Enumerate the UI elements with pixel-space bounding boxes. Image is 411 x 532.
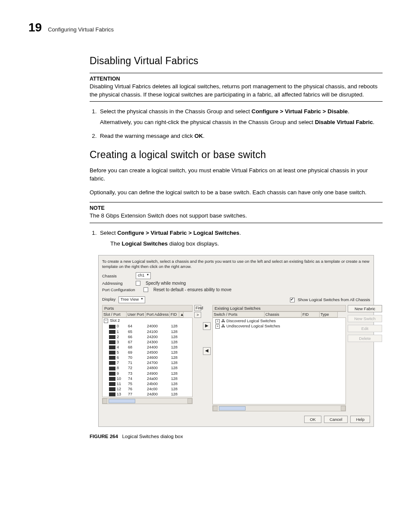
port-icon — [109, 361, 115, 365]
page-number: 19 — [28, 21, 42, 34]
port-icon — [109, 351, 115, 355]
ports-hscroll[interactable] — [102, 398, 193, 404]
heading-disabling: Disabling Virtual Fabrics — [90, 55, 383, 67]
port-row[interactable]: 06424000128 — [103, 324, 192, 329]
tree-item[interactable]: Discovered Logical Switches — [227, 319, 276, 323]
port-icon — [109, 392, 115, 396]
port-icon — [109, 387, 115, 391]
step1-alt: Alternatively, you can right-click the p… — [100, 118, 383, 127]
step1-result: The Logical Switches dialog box displays… — [110, 240, 383, 248]
port-icon — [109, 340, 115, 344]
port-row[interactable]: 16524100128 — [103, 329, 192, 334]
note-box: NOTE The 8 Gbps Extension Switch does no… — [90, 202, 383, 223]
col-fid[interactable]: FID — [170, 312, 179, 317]
find-button[interactable]: Find — [194, 305, 201, 311]
new-fabric-button[interactable]: New Fabric — [348, 305, 382, 312]
find-next-button[interactable]: > — [194, 312, 201, 318]
text: Alternatively, you can right-click the p… — [100, 119, 315, 125]
text: . — [240, 230, 241, 236]
section-title: Configuring Virtual Fabrics — [48, 26, 114, 33]
create-step-1: Select Configure > Virtual Fabric > Logi… — [98, 229, 383, 248]
main-content: Disabling Virtual Fabrics ATTENTION Disa… — [90, 55, 383, 440]
port-icon — [109, 382, 115, 386]
text: Read the warning message and click — [100, 133, 194, 139]
col-fid2[interactable]: FID — [302, 312, 320, 317]
expand-icon[interactable]: + — [215, 319, 220, 324]
new-switch-button[interactable]: New Switch — [348, 315, 382, 322]
text: . — [373, 119, 375, 125]
col-userport[interactable]: User Port # — [127, 312, 146, 317]
col-portaddr[interactable]: Port Address — [146, 312, 170, 317]
port-row[interactable]: 46824400128 — [103, 345, 192, 350]
show-all-label: Show Logical Switches from All Chassis — [298, 297, 370, 302]
col-switchports[interactable]: Switch / Ports — [213, 312, 265, 317]
port-row[interactable]: 107424a00128 — [103, 376, 192, 381]
port-row[interactable]: 56924500128 — [103, 350, 192, 355]
disable-step-1: Select the physical chassis in the Chass… — [98, 108, 383, 126]
attention-label: ATTENTION — [90, 76, 383, 82]
create-steps: Select Configure > Virtual Fabric > Logi… — [90, 229, 383, 248]
collapse-icon[interactable]: − — [104, 319, 108, 323]
port-row[interactable]: 67024600128 — [103, 355, 192, 360]
ports-table[interactable]: −Slot 2064240001281652410012826624200128… — [102, 317, 193, 397]
existing-hscroll[interactable] — [212, 405, 346, 411]
menu-path: Disable Virtual Fabric — [315, 119, 373, 125]
col-type[interactable]: Type — [320, 312, 338, 317]
move-left-button[interactable]: ◀ — [203, 347, 211, 355]
port-row[interactable]: 117524b00128 — [103, 381, 192, 386]
text: . — [203, 133, 205, 139]
intro-1: Before you can create a logical switch, … — [90, 167, 383, 183]
disable-steps: Select the physical chassis in the Chass… — [90, 108, 383, 140]
note-label: NOTE — [90, 205, 383, 211]
port-icon — [109, 367, 115, 370]
disable-step-2: Read the warning message and click OK. — [98, 132, 383, 140]
port-row[interactable]: 87224800128 — [103, 365, 192, 370]
port-row[interactable]: 127624c00128 — [103, 386, 192, 392]
expand-icon[interactable]: + — [215, 324, 220, 329]
slot-row[interactable]: −Slot 2 — [103, 318, 192, 324]
help-button[interactable]: Help — [350, 416, 370, 423]
figure-screenshot: To create a new Logical switch, select a… — [90, 255, 383, 427]
portcfg-chk-label: Reset to default - ensures ability to mo… — [153, 287, 231, 292]
right-button-stack: New Fabric New Switch Edit Delete — [348, 305, 382, 342]
step-text: Select the physical chassis in the Chass… — [100, 108, 252, 115]
col-chassis[interactable]: Chassis — [265, 312, 302, 317]
attention-body: Disabling Virtual Fabrics deletes all lo… — [90, 83, 383, 99]
addressing-label: Addressing — [102, 281, 132, 286]
cancel-button[interactable]: Cancel — [324, 416, 348, 423]
port-icon — [109, 335, 115, 339]
port-row[interactable]: 77124700128 — [103, 360, 192, 365]
port-row[interactable]: 36724300128 — [103, 339, 192, 345]
portcfg-checkbox[interactable] — [143, 287, 148, 292]
port-icon — [109, 372, 115, 376]
ok-button[interactable]: OK — [304, 416, 321, 423]
port-icon — [109, 325, 115, 329]
move-right-button[interactable]: ▶ — [203, 322, 211, 330]
delete-button[interactable]: Delete — [348, 335, 382, 342]
ok-label: OK — [194, 133, 203, 139]
port-icon — [109, 377, 115, 381]
col-slotport[interactable]: Slot / Port — [103, 312, 127, 317]
show-all-checkbox[interactable] — [290, 298, 295, 302]
edit-button[interactable]: Edit — [348, 325, 382, 332]
port-row[interactable]: 137724d00128 — [103, 392, 192, 397]
display-select[interactable]: Tree View — [118, 296, 145, 303]
existing-columns: Switch / Ports Chassis FID Type — [212, 311, 346, 317]
dialog-name: Logical Switches — [121, 240, 168, 247]
tree-item[interactable]: Undiscovered Logical Switches — [227, 324, 280, 328]
port-row[interactable]: 26624200128 — [103, 334, 192, 339]
page-header: 19 Configuring Virtual Fabrics — [28, 21, 383, 34]
text: The — [110, 240, 121, 247]
port-row[interactable]: 97324900128 — [103, 371, 192, 376]
logical-switches-dialog: To create a new Logical switch, select a… — [98, 255, 374, 427]
chassis-select[interactable]: ch1 — [136, 272, 151, 279]
port-icon — [109, 330, 115, 334]
figure-label: FIGURE 264 — [90, 434, 118, 439]
chassis-label: Chassis — [102, 274, 132, 278]
ports-columns: Slot / Port User Port # Port Address FID… — [102, 311, 193, 317]
find-column: Find > — [194, 305, 201, 319]
addressing-checkbox[interactable] — [136, 281, 140, 286]
existing-tree[interactable]: +🖧 Discovered Logical Switches +🖧 Undisc… — [212, 317, 346, 404]
dialog-actions: OK Cancel Help — [102, 416, 370, 423]
note-body: The 8 Gbps Extension Switch does not sup… — [90, 212, 383, 220]
